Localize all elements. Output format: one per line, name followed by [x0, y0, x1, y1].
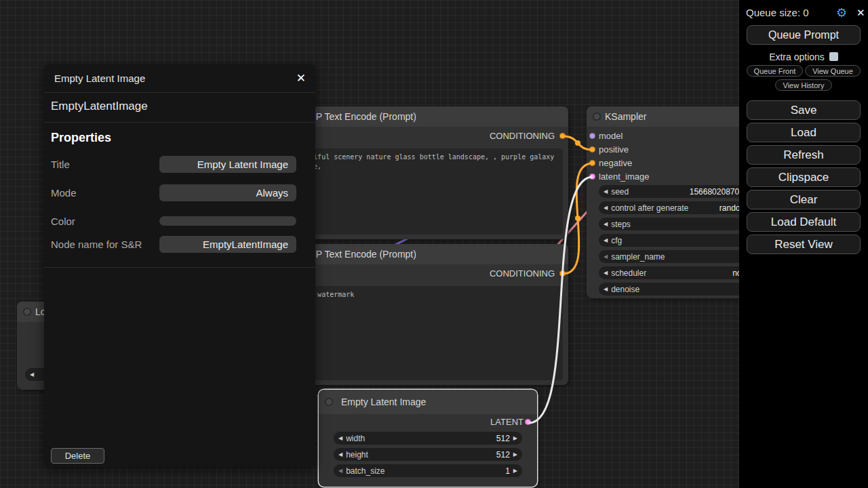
- widget-label: seed: [611, 187, 629, 197]
- node-header[interactable]: Empty Latent Image: [319, 390, 537, 414]
- widget-label: cfg: [611, 236, 622, 245]
- width-widget[interactable]: ◀ width 512 ▶: [334, 432, 522, 445]
- widget-label: control after generate: [611, 203, 688, 213]
- clip-text-encode-negative-node[interactable]: CLIP Text Encode (Prompt) CONDITIONING t…: [285, 244, 568, 385]
- extra-options-checkbox[interactable]: [829, 52, 838, 61]
- conditioning-output[interactable]: CONDITIONING: [285, 266, 568, 281]
- color-property-value[interactable]: [159, 216, 296, 226]
- load-button[interactable]: Load: [747, 123, 861, 142]
- node-header[interactable]: CLIP Text Encode (Prompt): [285, 106, 568, 127]
- wire-midpoint-dot: [575, 216, 580, 221]
- close-icon[interactable]: ✕: [856, 7, 865, 19]
- clear-button[interactable]: Clear: [747, 190, 861, 209]
- prompt-textarea[interactable]: text, watermark: [290, 286, 563, 380]
- properties-heading: Properties: [51, 129, 111, 146]
- conditioning-output[interactable]: CONDITIONING: [285, 129, 568, 144]
- property-label: Mode: [51, 187, 77, 199]
- right-arrow-icon[interactable]: ▶: [513, 451, 517, 458]
- widget-value: 1: [505, 466, 510, 476]
- input-label: negative: [599, 158, 632, 168]
- property-label: Node name for S&R: [51, 239, 142, 250]
- title-property-value[interactable]: Empty Latent Image: [159, 156, 296, 173]
- color-property-row: Color: [51, 213, 296, 230]
- delete-button[interactable]: Delete: [51, 448, 104, 464]
- reset-view-button[interactable]: Reset View: [747, 235, 861, 254]
- close-icon[interactable]: ✕: [296, 64, 306, 93]
- left-arrow-icon[interactable]: ◀: [604, 286, 608, 292]
- queue-prompt-button[interactable]: Queue Prompt: [747, 25, 861, 45]
- wire-midpoint-dot: [575, 140, 580, 146]
- property-label: Title: [51, 159, 70, 170]
- node-name-property-row: Node name for S&R EmptyLatentImage: [51, 236, 296, 253]
- queue-size-label: Queue size: 0: [746, 7, 809, 18]
- left-arrow-icon[interactable]: ◀: [604, 270, 608, 276]
- node-title: CLIP Text Encode (Prompt): [301, 111, 416, 122]
- empty-latent-image-node[interactable]: Empty Latent Image LATENT ◀ width 512 ▶ …: [319, 390, 537, 487]
- node-title: KSampler: [605, 111, 646, 122]
- left-arrow-icon[interactable]: ◀: [338, 468, 342, 474]
- mode-property-value[interactable]: Always: [159, 184, 296, 201]
- prompt-textarea[interactable]: beautiful scenery nature glass bottle la…: [290, 148, 563, 235]
- model-input-dot[interactable]: [589, 133, 595, 139]
- conditioning-output-dot[interactable]: [559, 270, 566, 277]
- positive-input-dot[interactable]: [589, 146, 595, 152]
- refresh-button[interactable]: Refresh: [747, 145, 861, 165]
- left-arrow-icon[interactable]: ◀: [338, 435, 342, 441]
- output-label: LATENT: [490, 417, 524, 427]
- clip-text-encode-positive-node[interactable]: CLIP Text Encode (Prompt) CONDITIONING b…: [285, 106, 568, 239]
- left-arrow-icon[interactable]: ◀: [604, 253, 608, 260]
- widget-label: sampler_name: [611, 252, 665, 262]
- extra-options-row: Extra options: [739, 52, 868, 62]
- dialog-header: Empty Latent Image ✕: [44, 64, 315, 93]
- latent-output[interactable]: LATENT: [319, 415, 537, 430]
- latent-image-input-dot[interactable]: [589, 174, 595, 180]
- widget-label: steps: [611, 220, 631, 229]
- batch-size-widget[interactable]: ◀ batch_size 1 ▶: [334, 464, 522, 477]
- output-label: CONDITIONING: [490, 131, 555, 141]
- input-label: model: [599, 131, 623, 141]
- title-property-row: Title Empty Latent Image: [51, 156, 296, 173]
- node-name-property-value[interactable]: EmptyLatentImage: [159, 236, 296, 253]
- conditioning-output-dot[interactable]: [559, 133, 566, 139]
- node-status-dot[interactable]: [325, 398, 333, 406]
- height-widget[interactable]: ◀ height 512 ▶: [334, 448, 522, 461]
- node-properties-dialog: Empty Latent Image ✕ EmptyLatentImage Pr…: [44, 64, 315, 467]
- save-button[interactable]: Save: [747, 100, 861, 120]
- divider: [44, 122, 315, 123]
- settings-gear-icon[interactable]: ⚙: [836, 5, 847, 20]
- right-arrow-icon[interactable]: ▶: [513, 435, 517, 441]
- dialog-title: Empty Latent Image: [54, 73, 145, 84]
- right-arrow-icon[interactable]: ▶: [513, 468, 517, 474]
- left-arrow-icon[interactable]: ◀: [30, 371, 34, 378]
- view-history-button[interactable]: View History: [775, 79, 832, 91]
- comfy-menu-panel: Queue size: 0 ⚙ ✕ Queue Prompt Extra opt…: [739, 0, 868, 488]
- extra-options-label: Extra options: [769, 52, 825, 62]
- queue-size-row: Queue size: 0 ⚙ ✕: [746, 7, 861, 20]
- input-label: latent_image: [599, 171, 649, 182]
- mode-property-row: Mode Always: [51, 184, 296, 201]
- load-default-button[interactable]: Load Default: [747, 212, 861, 232]
- node-title: CLIP Text Encode (Prompt): [301, 249, 416, 260]
- queue-front-button[interactable]: Queue Front: [747, 65, 803, 77]
- node-header[interactable]: CLIP Text Encode (Prompt): [285, 244, 568, 264]
- view-queue-button[interactable]: View Queue: [805, 65, 861, 77]
- left-arrow-icon[interactable]: ◀: [604, 221, 608, 227]
- negative-input-dot[interactable]: [589, 160, 595, 166]
- clipspace-button[interactable]: Clipspace: [747, 167, 861, 187]
- left-arrow-icon[interactable]: ◀: [338, 451, 342, 458]
- left-arrow-icon[interactable]: ◀: [604, 205, 608, 211]
- widget-label: width: [346, 434, 365, 443]
- node-status-dot[interactable]: [593, 113, 601, 121]
- widget-value: 512: [496, 434, 510, 443]
- divider: [44, 267, 315, 268]
- widget-label: height: [346, 450, 368, 460]
- property-label: Color: [51, 216, 75, 227]
- latent-output-dot[interactable]: [525, 419, 531, 425]
- left-arrow-icon[interactable]: ◀: [604, 188, 608, 195]
- node-status-dot[interactable]: [23, 308, 31, 316]
- widget-label: batch_size: [346, 466, 384, 476]
- left-arrow-icon[interactable]: ◀: [604, 237, 608, 243]
- widget-label: denoise: [611, 285, 639, 294]
- output-label: CONDITIONING: [490, 268, 555, 279]
- node-type-name: EmptyLatentImage: [51, 98, 148, 115]
